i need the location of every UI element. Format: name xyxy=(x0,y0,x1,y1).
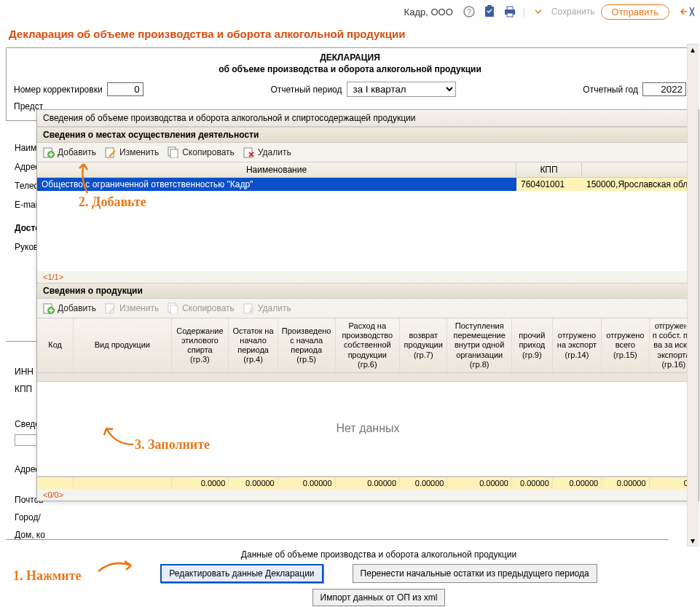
section-places: Сведения о местах осуществления деятельн… xyxy=(37,127,699,143)
transfer-balances-button[interactable]: Перенести начальные остатки из предыдуще… xyxy=(353,564,597,583)
sum-cell: 0.00000 xyxy=(400,477,447,489)
year-label: Отчетный год xyxy=(583,85,638,95)
year-input[interactable] xyxy=(642,82,686,96)
product-col: Произведено с начала периода (гр.5) xyxy=(278,318,336,372)
svg-text:?: ? xyxy=(467,7,471,16)
sum-cell xyxy=(37,477,74,489)
copy-product-button: Скопировать xyxy=(168,302,235,314)
svg-rect-17 xyxy=(170,305,178,314)
copy-icon xyxy=(168,302,179,314)
add-icon xyxy=(43,302,55,314)
app-topbar: Кадр, ООО ? | Сохранить Отправить xyxy=(0,0,700,23)
product-col: отгружено на экспорт (гр.14) xyxy=(553,318,602,372)
copy-place-button[interactable]: Скопировать xyxy=(168,146,235,158)
sum-cell: 0.0000 xyxy=(172,477,229,489)
svg-rect-6 xyxy=(507,13,513,17)
edit-icon xyxy=(105,302,117,314)
sum-cell: 0.00000 xyxy=(553,477,602,489)
sum-cell: 0.00000 xyxy=(602,477,649,489)
data-dialog: Сведения об объеме производства и оборот… xyxy=(36,109,699,501)
col-kpp: КПП xyxy=(516,162,582,177)
import-xml-button[interactable]: Импорт данных от ОП из xml xyxy=(312,589,446,606)
delete-product-button: Удалить xyxy=(243,302,291,314)
products-pager: <0/0> xyxy=(37,489,699,501)
place-row[interactable]: Общество с ограниченной ответственностью… xyxy=(37,178,699,191)
products-sum-row: 0.00000.000000.000000.000000.000000.0000… xyxy=(37,477,699,489)
delete-icon xyxy=(243,146,255,158)
sum-cell: 0.00000 xyxy=(447,477,511,489)
product-col: отгружено всего (гр.15) xyxy=(602,318,649,372)
col-name: Наименование xyxy=(37,162,516,177)
sum-cell: 0.00000 xyxy=(229,477,278,489)
section-products: Сведения о продукции xyxy=(37,283,699,299)
places-grid: Наименование КПП Общество с ограниченной… xyxy=(37,162,699,271)
product-col: Содержание этилового спирта (гр.3) xyxy=(172,318,229,372)
svg-rect-3 xyxy=(487,5,492,8)
sum-cell: 0.00000 xyxy=(336,477,400,489)
correction-label: Номер корректировки xyxy=(14,85,103,95)
edit-product-button: Изменить xyxy=(105,302,159,314)
period-select[interactable]: за I квартал xyxy=(347,82,456,97)
print-icon[interactable] xyxy=(503,4,517,19)
arrow-icon xyxy=(95,555,135,576)
declaration-subtitle: об объеме производства и оборота алкогол… xyxy=(14,64,686,74)
places-pager: <1/1> xyxy=(37,271,699,283)
close-icon[interactable] xyxy=(680,4,694,19)
clipboard-icon[interactable] xyxy=(482,4,497,19)
product-col: Вид продукции xyxy=(74,318,171,372)
bottom-area: Данные об объеме производства и оборота … xyxy=(131,549,626,606)
separator: | xyxy=(523,7,525,17)
add-product-button[interactable]: Добавить xyxy=(43,302,96,314)
edit-declaration-button[interactable]: Редактировать данные Декларации xyxy=(160,564,323,583)
period-label: Отчетный период xyxy=(270,85,342,95)
svg-rect-11 xyxy=(170,149,178,158)
toolbar-products: Добавить Изменить Скопировать Удалить xyxy=(37,299,699,318)
company-name: Кадр, ООО xyxy=(404,7,453,17)
sum-cell: 0.00000 xyxy=(278,477,336,489)
bottom-title: Данные об объеме производства и оборота … xyxy=(131,549,626,560)
send-button[interactable]: Отправить xyxy=(601,4,669,20)
add-icon xyxy=(43,146,55,158)
product-col: возврат продукции (гр.7) xyxy=(400,318,447,372)
product-col: Поступления перемещение внутри одной орг… xyxy=(447,318,511,372)
edit-place-button[interactable]: Изменить xyxy=(105,146,159,158)
scrollbar[interactable]: ▴ ▾ xyxy=(687,44,699,547)
declaration-head: ДЕКЛАРАЦИЯ xyxy=(14,52,686,63)
products-nodata: Нет данных xyxy=(37,382,699,477)
product-col: Остаток на начало периода (гр.4) xyxy=(229,318,278,372)
sum-cell xyxy=(74,477,171,489)
sum-cell: 0.00000 xyxy=(512,477,553,489)
help-icon[interactable]: ? xyxy=(462,4,476,19)
document-title: Декларация об объеме производства и обор… xyxy=(0,23,700,44)
correction-input[interactable] xyxy=(107,82,143,96)
copy-icon xyxy=(168,146,179,158)
add-place-button[interactable]: Добавить xyxy=(43,146,96,158)
products-grid-head: КодВид продукцииСодержание этилового спи… xyxy=(37,318,699,373)
product-col: прочий приход (гр.9) xyxy=(512,318,553,372)
col-addr xyxy=(582,162,699,177)
chevron-down-icon[interactable] xyxy=(531,4,546,19)
dialog-title: Сведения об объеме производства и оборот… xyxy=(37,110,699,127)
toolbar-places: Добавить Изменить Скопировать Удалить xyxy=(37,143,699,162)
save-button: Сохранить xyxy=(551,7,595,17)
delete-place-button[interactable]: Удалить xyxy=(243,146,291,158)
delete-icon xyxy=(243,302,255,314)
product-col: Код xyxy=(37,318,74,372)
product-col: Расход на производство собственной проду… xyxy=(336,318,400,372)
annotation-1: 1. Нажмите xyxy=(13,568,82,584)
edit-icon xyxy=(105,146,117,158)
